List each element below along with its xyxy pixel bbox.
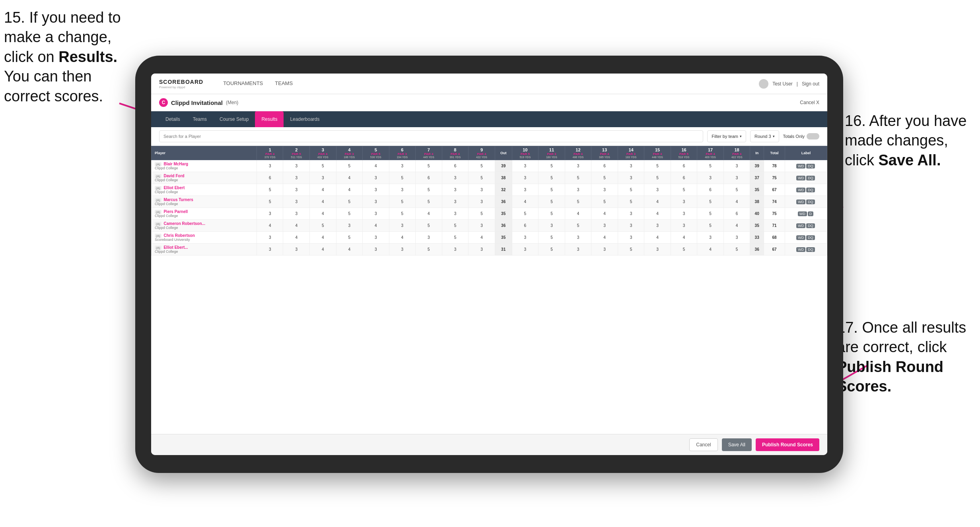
- score-hole-7[interactable]: 5: [416, 196, 442, 208]
- score-hole-3[interactable]: 5: [309, 220, 336, 232]
- score-hole-8[interactable]: 6: [442, 160, 469, 172]
- score-hole-18[interactable]: 4: [723, 220, 750, 232]
- score-hole-8[interactable]: 3: [442, 244, 469, 256]
- score-hole-18[interactable]: 6: [723, 208, 750, 220]
- nav-tournaments[interactable]: TOURNAMENTS: [223, 78, 263, 89]
- score-hole-6[interactable]: 4: [389, 232, 416, 244]
- score-hole-1[interactable]: 3: [257, 232, 283, 244]
- score-hole-2[interactable]: 3: [283, 244, 310, 256]
- score-hole-13[interactable]: 3: [591, 184, 618, 196]
- score-hole-12[interactable]: 3: [565, 160, 591, 172]
- score-hole-13[interactable]: 4: [591, 208, 618, 220]
- score-hole-6[interactable]: 5: [389, 196, 416, 208]
- dq-button[interactable]: D: [808, 211, 814, 216]
- score-hole-15[interactable]: 5: [644, 172, 671, 184]
- score-hole-11[interactable]: 3: [539, 220, 565, 232]
- score-hole-17[interactable]: 5: [697, 208, 724, 220]
- score-hole-18[interactable]: 5: [723, 244, 750, 256]
- score-hole-9[interactable]: 3: [469, 220, 495, 232]
- sign-out-link[interactable]: Sign out: [802, 81, 819, 87]
- score-hole-9[interactable]: 3: [469, 184, 495, 196]
- score-hole-15[interactable]: 3: [644, 220, 671, 232]
- score-hole-14[interactable]: 3: [618, 208, 644, 220]
- score-hole-4[interactable]: 4: [336, 184, 363, 196]
- score-hole-4[interactable]: 5: [336, 196, 363, 208]
- score-hole-4[interactable]: 5: [336, 232, 363, 244]
- score-hole-17[interactable]: 6: [697, 184, 724, 196]
- score-hole-2[interactable]: 4: [283, 220, 310, 232]
- score-hole-2[interactable]: 4: [283, 232, 310, 244]
- score-hole-18[interactable]: 3: [723, 232, 750, 244]
- score-hole-11[interactable]: 5: [539, 172, 565, 184]
- score-hole-16[interactable]: 5: [671, 184, 697, 196]
- score-hole-11[interactable]: 5: [539, 208, 565, 220]
- score-hole-5[interactable]: 4: [363, 160, 389, 172]
- score-hole-10[interactable]: 3: [512, 184, 539, 196]
- score-hole-3[interactable]: 5: [309, 160, 336, 172]
- dq-button[interactable]: DQ: [806, 247, 815, 252]
- filter-by-team-button[interactable]: Filter by team: [707, 130, 746, 142]
- score-hole-16[interactable]: 5: [671, 244, 697, 256]
- score-hole-5[interactable]: 3: [363, 172, 389, 184]
- score-hole-12[interactable]: 3: [565, 232, 591, 244]
- score-hole-7[interactable]: 5: [416, 184, 442, 196]
- score-hole-14[interactable]: 3: [618, 232, 644, 244]
- tab-teams[interactable]: Teams: [187, 111, 213, 127]
- score-hole-13[interactable]: 5: [591, 172, 618, 184]
- tab-details[interactable]: Details: [159, 111, 187, 127]
- score-hole-1[interactable]: 5: [257, 196, 283, 208]
- score-hole-13[interactable]: 3: [591, 220, 618, 232]
- score-hole-1[interactable]: 3: [257, 244, 283, 256]
- score-hole-1[interactable]: 5: [257, 184, 283, 196]
- score-hole-10[interactable]: 3: [512, 172, 539, 184]
- score-hole-5[interactable]: 3: [363, 244, 389, 256]
- score-hole-5[interactable]: 4: [363, 220, 389, 232]
- score-hole-3[interactable]: 4: [309, 208, 336, 220]
- score-hole-10[interactable]: 5: [512, 208, 539, 220]
- tab-leaderboards[interactable]: Leaderboards: [284, 111, 326, 127]
- score-hole-15[interactable]: 5: [644, 160, 671, 172]
- score-hole-11[interactable]: 5: [539, 232, 565, 244]
- score-hole-12[interactable]: 5: [565, 220, 591, 232]
- score-hole-8[interactable]: 3: [442, 196, 469, 208]
- score-hole-7[interactable]: 5: [416, 160, 442, 172]
- score-hole-16[interactable]: 4: [671, 232, 697, 244]
- wd-button[interactable]: WD: [796, 200, 805, 204]
- score-hole-14[interactable]: 5: [618, 184, 644, 196]
- dq-button[interactable]: DQ: [806, 223, 815, 228]
- score-hole-17[interactable]: 4: [697, 244, 724, 256]
- score-hole-11[interactable]: 5: [539, 196, 565, 208]
- score-hole-9[interactable]: 3: [469, 196, 495, 208]
- score-hole-6[interactable]: 3: [389, 184, 416, 196]
- cancel-action-button[interactable]: Cancel: [689, 438, 718, 451]
- score-hole-13[interactable]: 5: [591, 196, 618, 208]
- score-hole-8[interactable]: 3: [442, 172, 469, 184]
- score-hole-17[interactable]: 3: [697, 172, 724, 184]
- score-hole-1[interactable]: 3: [257, 208, 283, 220]
- score-hole-18[interactable]: 4: [723, 196, 750, 208]
- score-hole-10[interactable]: 4: [512, 196, 539, 208]
- score-hole-15[interactable]: 4: [644, 196, 671, 208]
- score-hole-11[interactable]: 5: [539, 160, 565, 172]
- publish-round-scores-button[interactable]: Publish Round Scores: [756, 438, 819, 451]
- score-hole-7[interactable]: 6: [416, 172, 442, 184]
- score-hole-16[interactable]: 3: [671, 208, 697, 220]
- score-hole-12[interactable]: 4: [565, 208, 591, 220]
- score-hole-8[interactable]: 3: [442, 208, 469, 220]
- score-hole-10[interactable]: 3: [512, 232, 539, 244]
- score-hole-1[interactable]: 3: [257, 160, 283, 172]
- score-hole-6[interactable]: 5: [389, 208, 416, 220]
- score-hole-4[interactable]: 4: [336, 172, 363, 184]
- score-hole-4[interactable]: 5: [336, 160, 363, 172]
- score-hole-9[interactable]: 5: [469, 160, 495, 172]
- score-hole-14[interactable]: 3: [618, 172, 644, 184]
- score-hole-9[interactable]: 3: [469, 244, 495, 256]
- dq-button[interactable]: DQ: [806, 235, 815, 240]
- score-hole-7[interactable]: 5: [416, 220, 442, 232]
- score-hole-13[interactable]: 4: [591, 232, 618, 244]
- score-hole-3[interactable]: 4: [309, 196, 336, 208]
- score-hole-8[interactable]: 5: [442, 220, 469, 232]
- score-hole-10[interactable]: 3: [512, 160, 539, 172]
- score-hole-8[interactable]: 5: [442, 232, 469, 244]
- tab-results[interactable]: Results: [255, 111, 284, 127]
